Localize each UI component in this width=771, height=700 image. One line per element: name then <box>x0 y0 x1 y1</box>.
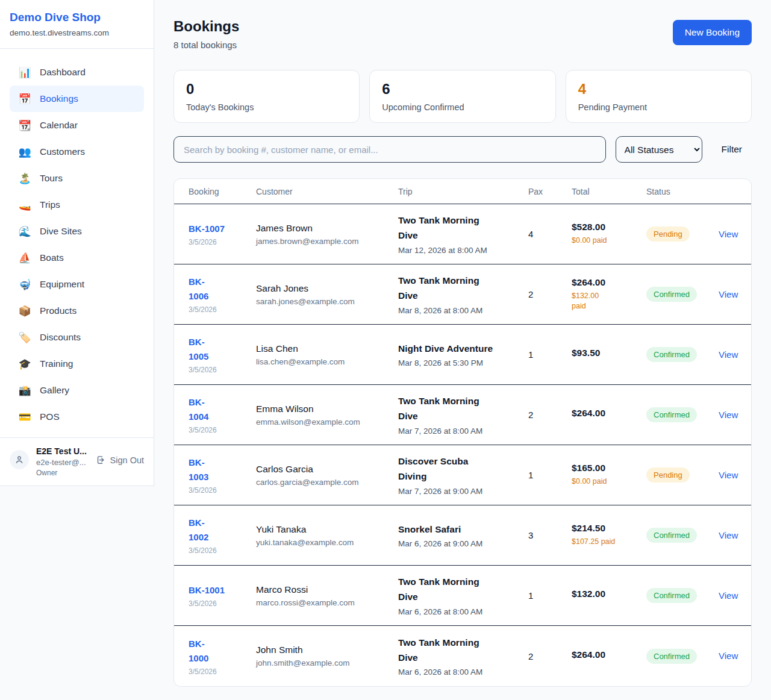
view-link[interactable]: View <box>719 289 738 299</box>
sidebar-item-calendar[interactable]: 📆 Calendar <box>10 112 144 139</box>
sidebar-item-label: Bookings <box>40 93 78 104</box>
table-row: BK- 1002 3/5/2026 Yuki Tanaka yuki.tanak… <box>174 505 751 566</box>
total-amount: $214.50 <box>572 523 646 534</box>
sidebar-item-label: Discounts <box>40 332 81 343</box>
filter-bar: All Statuses Filter <box>173 136 752 163</box>
booking-date: 3/5/2026 <box>189 599 256 608</box>
view-link[interactable]: View <box>719 530 738 540</box>
user-info: E2E Test U... e2e-tester@... Owner <box>36 446 89 477</box>
sidebar-item-label: POS <box>40 411 60 422</box>
status-badge: Confirmed <box>646 347 697 362</box>
filter-button[interactable]: Filter <box>712 144 752 155</box>
customer-name: Yuki Tanaka <box>256 524 398 535</box>
island-icon: 🏝️ <box>18 172 31 185</box>
trip-name: Discover Scuba Diving <box>398 454 528 484</box>
customer-email: james.brown@example.com <box>256 237 398 246</box>
booking-date: 3/5/2026 <box>189 238 256 246</box>
sidebar-item-dashboard[interactable]: 📊 Dashboard <box>10 59 144 86</box>
booking-date: 3/5/2026 <box>189 305 256 314</box>
sidebar-item-label: Calendar <box>40 120 78 131</box>
sidebar-item-customers[interactable]: 👥 Customers <box>10 139 144 165</box>
column-header-total: Total <box>572 187 646 196</box>
sign-out-button[interactable]: Sign Out <box>96 455 144 465</box>
booking-id-link[interactable]: BK-1001 <box>189 583 256 598</box>
sidebar-item-label: Training <box>40 358 73 369</box>
trip-name: Night Dive Adventure <box>398 342 528 357</box>
user-role: Owner <box>36 469 89 477</box>
pax-count: 2 <box>528 651 572 661</box>
sidebar-item-trips[interactable]: 🚤 Trips <box>10 192 144 218</box>
sidebar-item-boats[interactable]: ⛵ Boats <box>10 245 144 271</box>
total-amount: $165.00 <box>572 463 646 473</box>
trip-date: Mar 6, 2026 at 9:00 AM <box>398 539 528 548</box>
sidebar-item-pos[interactable]: 💳 POS <box>10 404 144 430</box>
new-booking-button[interactable]: New Booking <box>673 20 752 45</box>
sidebar-item-label: Dive Sites <box>40 226 82 237</box>
pax-count: 4 <box>528 229 572 239</box>
booking-date: 3/5/2026 <box>189 486 256 495</box>
view-link[interactable]: View <box>719 410 738 420</box>
total-amount: $93.50 <box>572 348 646 358</box>
stat-card-upcoming-confirmed: 6 Upcoming Confirmed <box>369 70 555 123</box>
sidebar-item-training[interactable]: 🎓 Training <box>10 351 144 377</box>
view-link[interactable]: View <box>719 470 738 480</box>
sidebar-item-tours[interactable]: 🏝️ Tours <box>10 165 144 192</box>
booking-date: 3/5/2026 <box>189 546 256 555</box>
trip-date: Mar 6, 2026 at 8:00 AM <box>398 607 528 616</box>
booking-id-link[interactable]: BK-1007 <box>189 222 256 236</box>
sidebar-item-equipment[interactable]: 🤿 Equipment <box>10 271 144 298</box>
sidebar-item-bookings[interactable]: 📅 Bookings <box>10 86 144 112</box>
trip-name: Two Tank Morning Dive <box>398 394 528 424</box>
main-content: Bookings 8 total bookings New Booking 0 … <box>154 0 771 700</box>
paid-amount: $0.00 paid <box>572 477 646 487</box>
camera-icon: 📸 <box>18 384 31 397</box>
booking-id-link[interactable]: BK- 1006 <box>189 275 256 304</box>
sidebar-item-label: Boats <box>40 252 64 263</box>
stat-value: 6 <box>382 81 543 98</box>
view-link[interactable]: View <box>719 651 738 661</box>
pax-count: 3 <box>528 530 572 540</box>
table-row: BK- 1005 3/5/2026 Lisa Chen lisa.chen@ex… <box>174 325 751 385</box>
page-subtitle: 8 total bookings <box>173 40 239 50</box>
total-amount: $264.00 <box>572 649 646 660</box>
calendar-icon: 📅 <box>18 93 31 105</box>
booking-id-link[interactable]: BK- 1004 <box>189 395 256 424</box>
sidebar-item-discounts[interactable]: 🏷️ Discounts <box>10 324 144 351</box>
tag-icon: 🏷️ <box>18 331 31 344</box>
pax-count: 2 <box>528 410 572 420</box>
column-header-status: Status <box>646 187 719 196</box>
sidebar-item-products[interactable]: 📦 Products <box>10 298 144 324</box>
view-link[interactable]: View <box>719 590 738 601</box>
bar-chart-icon: 📊 <box>18 66 31 79</box>
customer-name: John Smith <box>256 645 398 655</box>
customer-name: James Brown <box>256 223 398 234</box>
booking-id-link[interactable]: BK- 1002 <box>189 516 256 545</box>
diving-mask-icon: 🤿 <box>18 278 31 291</box>
customer-email: marco.rossi@example.com <box>256 598 398 607</box>
booking-id-link[interactable]: BK- 1005 <box>189 335 256 364</box>
status-badge: Confirmed <box>646 407 697 422</box>
view-link[interactable]: View <box>719 229 738 239</box>
view-link[interactable]: View <box>719 349 738 360</box>
sidebar-item-label: Customers <box>40 146 85 157</box>
column-header-booking: Booking <box>189 187 256 196</box>
sidebar-item-dive-sites[interactable]: 🌊 Dive Sites <box>10 218 144 245</box>
sidebar-item-gallery[interactable]: 📸 Gallery <box>10 377 144 404</box>
customer-email: sarah.jones@example.com <box>256 297 398 306</box>
stat-cards: 0 Today's Bookings 6 Upcoming Confirmed … <box>173 70 752 123</box>
search-input[interactable] <box>173 136 606 163</box>
booking-id-link[interactable]: BK- 1003 <box>189 455 256 484</box>
sidebar-item-label: Tours <box>40 173 63 184</box>
customer-email: carlos.garcia@example.com <box>256 478 398 487</box>
user-section: E2E Test U... e2e-tester@... Owner Sign … <box>0 437 154 486</box>
sign-out-label: Sign Out <box>110 455 144 465</box>
sidebar-item-label: Equipment <box>40 279 84 290</box>
stat-card-pending-payment: 4 Pending Payment <box>566 70 752 123</box>
user-email: e2e-tester@... <box>36 458 89 467</box>
package-icon: 📦 <box>18 305 31 317</box>
booking-id-link[interactable]: BK- 1000 <box>189 637 256 666</box>
customer-email: lisa.chen@example.com <box>256 357 398 366</box>
status-select[interactable]: All Statuses <box>616 136 702 163</box>
customer-name: Sarah Jones <box>256 283 398 294</box>
sidebar-item-label: Gallery <box>40 385 69 396</box>
